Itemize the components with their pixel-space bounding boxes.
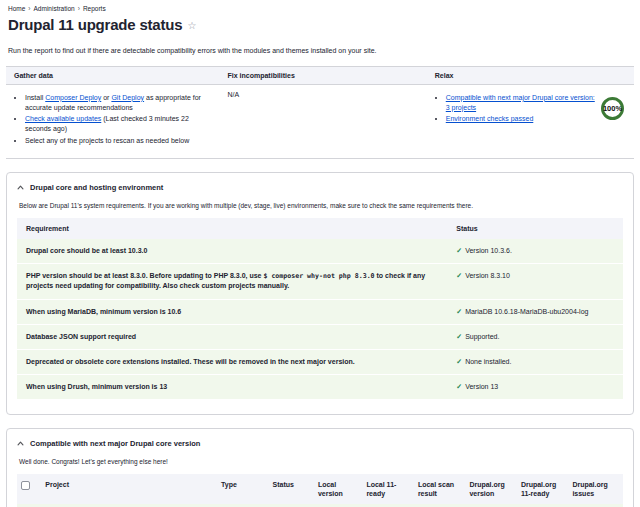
environment-section-toggle[interactable]: Drupal core and hosting environment: [17, 181, 623, 194]
composer-deploy-link[interactable]: Composer Deploy: [45, 94, 101, 101]
requirement-cell: Drupal core should be at least 10.3.0: [17, 239, 447, 264]
status-cell: ✓MariaDB 10.6.18-MariaDB-ubu2004-log: [447, 299, 623, 324]
score-badge: 100%: [601, 97, 624, 120]
breadcrumb-administration[interactable]: Administration: [34, 5, 75, 12]
fix-value: N/A: [228, 91, 240, 98]
col-header-scan-result: Local scan result: [414, 474, 466, 504]
gather-item-text: Install: [25, 94, 45, 101]
col-header-status: Status: [268, 474, 313, 504]
breadcrumb-home[interactable]: Home: [8, 5, 25, 12]
table-row: When using Drush, minimum version is 13 …: [17, 374, 623, 399]
check-icon: ✓: [456, 383, 462, 390]
git-deploy-link[interactable]: Git Deploy: [111, 94, 144, 101]
col-header-org-issues: Drupal.org issues: [568, 474, 623, 504]
environment-section: Drupal core and hosting environment Belo…: [6, 172, 634, 415]
status-text: Version 13: [465, 383, 498, 390]
col-header-org-version: Drupal.org version: [465, 474, 517, 504]
table-row: Drupal core should be at least 10.3.0 ✓V…: [17, 239, 623, 264]
check-icon: ✓: [456, 308, 462, 315]
status-cell: ✓Version 13: [447, 374, 623, 399]
check-available-updates-link[interactable]: Check available updates: [25, 115, 101, 122]
summary-cell-gather: Install Composer Deploy or Git Deploy as…: [6, 85, 220, 159]
select-all-checkbox[interactable]: [21, 481, 30, 490]
status-text: None installed.: [465, 358, 511, 365]
status-cell: ✓None installed.: [447, 349, 623, 374]
compatible-section-title: Compatible with next major Drupal core v…: [30, 439, 200, 448]
table-row: When using MariaDB, minimum version is 1…: [17, 299, 623, 324]
environment-checks-link[interactable]: Environment checks passed: [446, 115, 534, 122]
summary-header-fix: Fix incompatibilities: [220, 67, 427, 85]
relax-item-compatible: Compatible with next major Drupal core v…: [446, 93, 595, 113]
check-icon: ✓: [456, 358, 462, 365]
col-header-project: Project: [41, 474, 217, 504]
code-snippet: $ composer why-not php 8.3.0: [263, 272, 374, 280]
col-header-type: Type: [217, 474, 269, 504]
summary-header-relax: Relax: [427, 67, 634, 85]
title-row: Drupal 11 upgrade status ☆: [6, 16, 634, 33]
env-header-status: Status: [447, 218, 623, 239]
requirement-cell: Database JSON support required: [17, 324, 447, 349]
table-row: Deprecated or obsolete core extensions i…: [17, 349, 623, 374]
gather-item-rescan: Select any of the projects to rescan as …: [25, 136, 212, 146]
status-text: Supported.: [465, 333, 499, 340]
status-cell: ✓Version 8.3.10: [447, 263, 623, 299]
requirement-text: PHP version should be at least 8.3.0. Be…: [26, 272, 263, 279]
status-text: MariaDB 10.6.18-MariaDB-ubu2004-log: [465, 308, 588, 315]
requirement-cell: When using MariaDB, minimum version is 1…: [17, 299, 447, 324]
breadcrumb-separator: ›: [78, 5, 80, 12]
gather-item-text: or: [101, 94, 111, 101]
compatible-projects-link[interactable]: Compatible with next major Drupal core v…: [446, 94, 595, 111]
compatible-section-toggle[interactable]: Compatible with next major Drupal core v…: [17, 437, 623, 450]
bookmark-star-icon[interactable]: ☆: [187, 21, 196, 31]
intro-text: Run the report to find out if there are …: [8, 47, 632, 54]
requirement-cell: When using Drush, minimum version is 13: [17, 374, 447, 399]
col-header-local-version: Local version: [314, 474, 362, 504]
gather-item-install: Install Composer Deploy or Git Deploy as…: [25, 93, 212, 113]
compatible-section: Compatible with next major Drupal core v…: [6, 428, 634, 507]
gather-item-updates: Check available updates (Last checked 3 …: [25, 114, 212, 134]
chevron-up-icon: [17, 184, 24, 191]
summary-table: Gather data Fix incompatibilities Relax …: [6, 66, 634, 159]
requirement-cell: Deprecated or obsolete core extensions i…: [17, 349, 447, 374]
table-row: PHP version should be at least 8.3.0. Be…: [17, 263, 623, 299]
requirement-cell: PHP version should be at least 8.3.0. Be…: [17, 263, 447, 299]
environment-table: Requirement Status Drupal core should be…: [17, 218, 623, 400]
breadcrumb-reports[interactable]: Reports: [83, 5, 106, 12]
breadcrumb: Home › Administration › Reports: [6, 4, 634, 13]
check-icon: ✓: [456, 247, 462, 254]
environment-section-title: Drupal core and hosting environment: [30, 183, 163, 192]
relax-item-environment: Environment checks passed: [446, 114, 595, 124]
select-all-cell: [17, 474, 41, 504]
compatible-section-subtitle: Well done. Congrats! Let's get everythin…: [19, 458, 621, 465]
check-icon: ✓: [456, 272, 462, 279]
env-header-requirement: Requirement: [17, 218, 447, 239]
page-title: Drupal 11 upgrade status: [8, 16, 182, 33]
page: Home › Administration › Reports Drupal 1…: [0, 0, 640, 507]
chevron-up-icon: [17, 440, 24, 447]
status-text: Version 8.3.10: [465, 272, 510, 279]
status-text: Version 10.3.6.: [465, 247, 512, 254]
environment-section-description: Below are Drupal 11's system requirement…: [19, 202, 621, 209]
projects-table: Project Type Status Local version Local …: [17, 474, 623, 507]
breadcrumb-separator: ›: [28, 5, 30, 12]
col-header-local-ready: Local 11-ready: [362, 474, 414, 504]
check-icon: ✓: [456, 333, 462, 340]
summary-header-gather: Gather data: [6, 67, 220, 85]
summary-cell-fix: N/A: [220, 85, 427, 159]
status-cell: ✓Version 10.3.6.: [447, 239, 623, 264]
col-header-org-ready: Drupal.org 11-ready: [517, 474, 569, 504]
table-row: Database JSON support required ✓Supporte…: [17, 324, 623, 349]
status-cell: ✓Supported.: [447, 324, 623, 349]
summary-cell-relax: Compatible with next major Drupal core v…: [427, 85, 634, 159]
